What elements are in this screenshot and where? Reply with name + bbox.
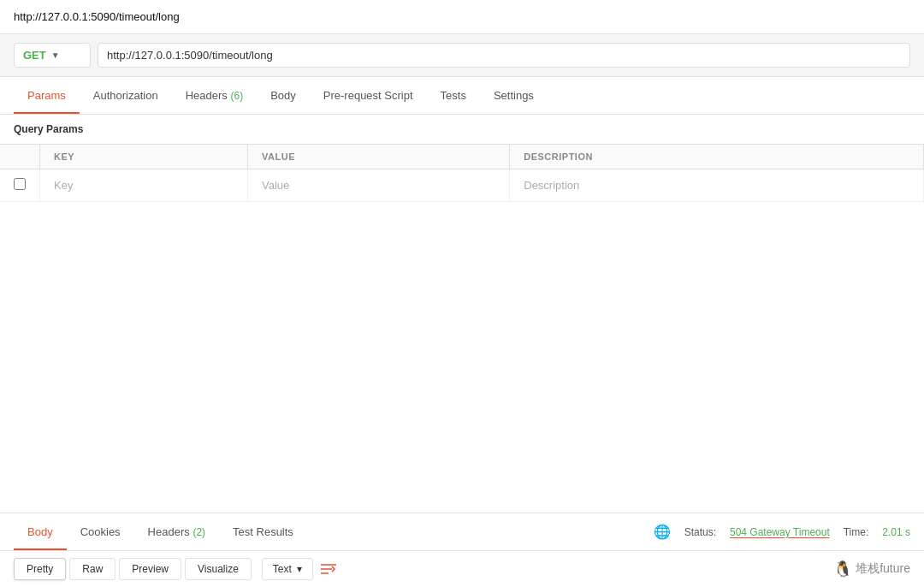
tab-params[interactable]: Params [14, 77, 80, 114]
tab-test-results[interactable]: Test Results [219, 513, 307, 550]
visualize-button[interactable]: Visualize [185, 558, 252, 580]
key-cell[interactable]: Key [40, 169, 248, 202]
time-value: 2.01 s [882, 526, 910, 538]
format-bar: Pretty Raw Preview Visualize Text ▾ [0, 551, 924, 587]
tab-response-headers[interactable]: Headers (2) [134, 513, 219, 550]
watermark-area: 🐧 堆栈future [833, 560, 910, 578]
status-label: Status: [684, 526, 716, 538]
status-value: 504 Gateway Timeout [730, 526, 830, 538]
watermark-icon: 🐧 [833, 560, 852, 578]
tab-headers[interactable]: Headers (6) [172, 77, 257, 114]
url-input[interactable] [98, 43, 910, 68]
method-label: GET [23, 49, 46, 62]
top-bar: http://127.0.0.1:5090/timeout/long [0, 0, 924, 34]
tab-prerequest[interactable]: Pre-request Script [310, 77, 427, 114]
request-bar: GET ▼ [0, 34, 924, 77]
wrap-lines-icon[interactable] [320, 562, 337, 576]
headers-badge: (6) [230, 90, 243, 102]
watermark-text: 堆栈future [856, 561, 910, 577]
chevron-down-icon: ▾ [297, 563, 302, 575]
response-headers-badge: (2) [192, 526, 205, 538]
request-tabs: Params Authorization Headers (6) Body Pr… [0, 77, 924, 115]
text-format-dropdown[interactable]: Text ▾ [262, 558, 313, 580]
value-col-header: VALUE [248, 145, 510, 169]
query-params-header: Query Params [0, 115, 924, 144]
response-tabs: Body Cookies Headers (2) Test Results 🌐 … [0, 513, 924, 551]
tab-response-body[interactable]: Body [14, 513, 67, 550]
table-row: Key Value Description [0, 169, 924, 202]
tab-body[interactable]: Body [257, 77, 310, 114]
tab-settings[interactable]: Settings [480, 77, 548, 114]
tab-authorization[interactable]: Authorization [80, 77, 172, 114]
value-cell[interactable]: Value [248, 169, 510, 202]
content-area [0, 202, 924, 513]
description-cell[interactable]: Description [510, 169, 924, 202]
page-title: http://127.0.0.1:5090/timeout/long [14, 10, 180, 23]
row-checkbox[interactable] [14, 178, 26, 190]
raw-button[interactable]: Raw [69, 558, 116, 580]
method-dropdown[interactable]: GET ▼ [14, 43, 91, 68]
description-col-header: DESCRIPTION [510, 145, 924, 169]
params-table: KEY VALUE DESCRIPTION Key Value Descript… [0, 144, 924, 202]
status-info: 🌐 Status: 504 Gateway Timeout Time: 2.01… [654, 515, 910, 548]
method-chevron-icon: ▼ [51, 50, 60, 60]
tab-cookies[interactable]: Cookies [67, 513, 134, 550]
globe-icon: 🌐 [654, 524, 671, 540]
response-section: Body Cookies Headers (2) Test Results 🌐 … [0, 513, 924, 587]
tab-tests[interactable]: Tests [427, 77, 480, 114]
time-label: Time: [844, 526, 869, 538]
checkbox-col-header [0, 145, 40, 169]
preview-button[interactable]: Preview [119, 558, 181, 580]
pretty-button[interactable]: Pretty [14, 558, 66, 580]
key-col-header: KEY [40, 145, 248, 169]
